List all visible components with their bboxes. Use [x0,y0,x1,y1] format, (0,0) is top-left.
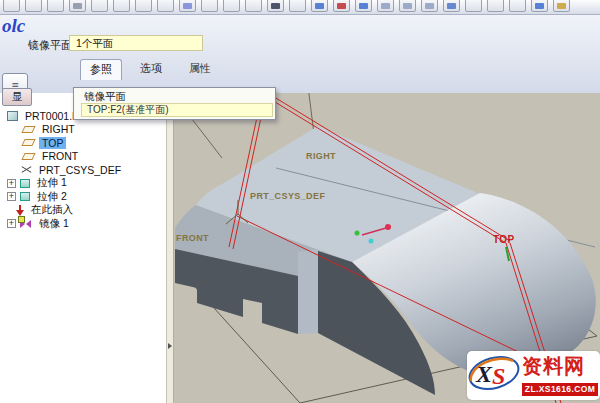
model-tree-panel: PRT0001.PRT RIGHT TOP FRONT PRT_CSYS_DEF… [0,93,166,403]
expand-icon[interactable]: + [7,179,16,188]
watermark-s: S [492,363,505,389]
mirror-dashboard: olc 镜像平面 1个平面 参照 选项 属性 ≡ [0,15,600,94]
tab-options[interactable]: 选项 [131,59,171,80]
tree-row-front[interactable]: FRONT [0,150,166,164]
zoom-out-icon[interactable] [399,0,416,12]
undo-icon[interactable] [91,0,108,12]
tree-row-top[interactable]: TOP [0,136,166,150]
top-toolbar [0,0,600,15]
expand-icon[interactable]: + [7,219,16,228]
references-panel-title: 镜像平面 [84,90,126,104]
datum-axis-tool-icon[interactable] [355,0,372,12]
datum-label-csys[interactable]: PRT_CSYS_DEF [250,191,325,201]
saved-views-icon[interactable] [443,0,460,12]
tab-references[interactable]: 参照 [80,59,122,80]
datum-label-front[interactable]: FRONT [176,233,209,243]
window-icon[interactable] [553,0,570,12]
watermark-x: X [475,361,493,387]
datum-plane-icon [21,153,35,160]
tool-icon[interactable] [223,0,240,12]
tab-properties[interactable]: 属性 [180,59,220,80]
paste-icon[interactable] [157,0,174,12]
redo-icon[interactable] [113,0,130,12]
regenerate-icon[interactable] [179,0,196,12]
tree-row-extrude1[interactable]: + 拉伸 1 [0,177,166,191]
copy-icon[interactable] [135,0,152,12]
view-mode-icon[interactable] [465,0,482,12]
tool-icon[interactable] [289,0,306,12]
show-button[interactable]: 显 [2,88,32,106]
mirror-plane-reference-field[interactable]: TOP:F2(基准平面) [81,103,273,117]
datum-plane-icon [21,126,35,133]
search-icon[interactable] [267,0,284,12]
datum-plane-tool-icon[interactable] [333,0,350,12]
tree-row-mirror1[interactable]: + 镜像 1 [0,217,166,231]
layers-icon[interactable] [487,0,504,12]
sketch-tool-icon[interactable] [311,0,328,12]
tree-row-extrude2[interactable]: + 拉伸 2 [0,190,166,204]
tool-icon[interactable] [245,0,262,12]
panel-splitter[interactable] [166,93,174,403]
new-file-icon[interactable] [3,0,20,12]
layer-display-icon[interactable] [509,0,526,12]
expand-icon[interactable]: + [7,192,16,201]
datum-plane-icon [21,139,35,146]
watermark: X S 资料网 ZL.XS1616.COM [467,351,600,400]
extrude-icon [20,192,30,201]
open-file-icon[interactable] [25,0,42,12]
print-icon[interactable] [69,0,86,12]
model-notch-face[interactable] [298,249,318,334]
display-style-icon[interactable] [531,0,548,12]
mirror-plane-collector[interactable]: 1个平面 [69,35,203,51]
references-panel: 镜像平面 TOP:F2(基准平面) [73,87,276,120]
zoom-fit-icon[interactable] [421,0,438,12]
watermark-logo-icon: X S [467,351,523,397]
dashboard-tabs: 参照 选项 属性 [80,59,220,80]
model-tree: PRT0001.PRT RIGHT TOP FRONT PRT_CSYS_DEF… [0,109,166,231]
spin-center-cyan-dot [369,239,374,244]
save-file-icon[interactable] [47,0,64,12]
mirror-icon [20,219,32,229]
mirror-badge-icon [18,216,25,223]
watermark-site-name: 资料网 [522,353,585,380]
datum-label-top[interactable]: TOP [493,234,515,245]
part-icon [7,111,18,121]
zoom-in-icon[interactable] [377,0,394,12]
spin-center-green-dot [355,231,360,236]
tree-row-csys[interactable]: PRT_CSYS_DEF [0,163,166,177]
watermark-url: ZL.XS1616.COM [522,383,598,396]
tree-row-right[interactable]: RIGHT [0,123,166,137]
extrude-icon [20,179,30,188]
splitter-arrow-icon[interactable] [168,343,172,349]
spin-center-red-dot [385,224,391,230]
datum-label-right[interactable]: RIGHT [306,151,336,161]
graphics-viewport[interactable]: RIGHT PRT_CSYS_DEF FRONT TOP X S 资料网 ZL.… [174,93,600,403]
logo-fragment: olc [2,15,25,37]
select-tool-icon[interactable] [201,0,218,12]
csys-icon [21,164,32,175]
insert-here-icon [14,205,25,216]
mirror-plane-label: 镜像平面 [28,38,72,53]
